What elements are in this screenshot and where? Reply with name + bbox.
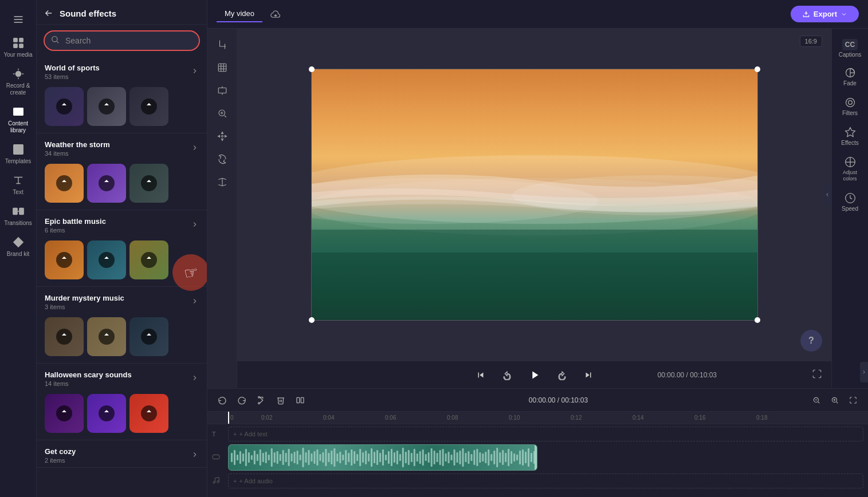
play-button[interactable] bbox=[524, 365, 545, 385]
sidebar-item-your-media[interactable]: Your media bbox=[1, 32, 36, 63]
flip-tool[interactable] bbox=[211, 80, 234, 101]
crop-tool[interactable] bbox=[211, 34, 234, 55]
corner-handle-br[interactable] bbox=[755, 317, 760, 323]
add-text-button[interactable]: + + Add text bbox=[228, 427, 863, 441]
rail-item-effects[interactable]: Effects bbox=[834, 122, 866, 151]
zoom-in-button[interactable] bbox=[827, 392, 843, 408]
sound-thumb[interactable] bbox=[129, 164, 168, 203]
chevron-right-icon bbox=[191, 297, 199, 307]
cursor-overlay: ☞ bbox=[172, 254, 207, 291]
timeline-time-display: 00:00.00 / 00:10:03 bbox=[312, 396, 805, 404]
svg-rect-53 bbox=[280, 454, 281, 461]
skip-back-button[interactable] bbox=[472, 366, 490, 384]
forward-5-button[interactable] bbox=[553, 366, 571, 384]
svg-rect-141 bbox=[531, 453, 532, 462]
back-button[interactable] bbox=[44, 8, 54, 18]
sound-thumb[interactable] bbox=[45, 394, 84, 433]
ruler-mark: 0 bbox=[230, 415, 261, 421]
sidebar-item-text[interactable]: Text bbox=[1, 169, 36, 200]
svg-point-13 bbox=[52, 37, 57, 42]
svg-rect-105 bbox=[428, 452, 430, 463]
rail-item-captions[interactable]: CC Captions bbox=[834, 36, 866, 61]
skip-forward-button[interactable] bbox=[579, 366, 598, 384]
category-header-world-of-sports[interactable]: World of sports 53 items bbox=[37, 57, 207, 84]
timeline-ruler: 0 0:02 0:04 0:06 0:08 0:10 0:12 0:14 0:1… bbox=[207, 412, 868, 424]
rail-item-adjust-colors[interactable]: Adjust colors bbox=[834, 152, 866, 187]
ruler-mark: 0:14 bbox=[633, 415, 694, 421]
sidebar-item-content-library[interactable]: Content library bbox=[1, 101, 36, 139]
sidebar-item-transitions[interactable]: Transitions bbox=[1, 200, 36, 231]
category-header-weather-storm[interactable]: Weather the storm 34 items bbox=[37, 133, 207, 160]
flip-h-tool[interactable] bbox=[211, 172, 234, 192]
sound-thumb[interactable] bbox=[87, 240, 126, 279]
rewind-5-button[interactable] bbox=[498, 366, 516, 384]
sound-thumb[interactable] bbox=[45, 317, 84, 356]
split-button[interactable] bbox=[292, 392, 308, 408]
svg-point-143 bbox=[213, 482, 215, 484]
zoom-tool[interactable] bbox=[211, 103, 234, 124]
zoom-out-button[interactable] bbox=[808, 392, 824, 408]
fit-to-screen-button[interactable] bbox=[845, 392, 861, 408]
category-header-get-cozy[interactable]: Get cozy 2 items bbox=[37, 440, 207, 467]
svg-rect-67 bbox=[319, 454, 321, 461]
delete-button[interactable] bbox=[273, 392, 289, 408]
sound-thumb[interactable] bbox=[129, 87, 168, 126]
category-info: Get cozy 2 items bbox=[45, 447, 76, 464]
cloud-save-icon[interactable] bbox=[267, 6, 284, 23]
right-panel-collapse-button[interactable] bbox=[860, 362, 868, 382]
category-header-halloween[interactable]: Halloween scary sounds 14 items bbox=[37, 364, 207, 391]
video-clip[interactable]: // Generate waveform bbox=[228, 444, 537, 471]
sound-thumb[interactable] bbox=[129, 317, 168, 356]
corner-handle-tr[interactable] bbox=[755, 66, 760, 72]
rail-item-filters[interactable]: Filters bbox=[834, 92, 866, 121]
sidebar-item-record-create[interactable]: Record & create bbox=[1, 63, 36, 101]
help-button[interactable]: ? bbox=[800, 330, 822, 352]
svg-rect-75 bbox=[342, 455, 344, 460]
rail-label-filters: Filters bbox=[842, 110, 858, 116]
sound-thumb[interactable] bbox=[45, 164, 84, 203]
sound-thumb[interactable] bbox=[87, 87, 126, 126]
rail-item-speed[interactable]: Speed bbox=[834, 188, 866, 216]
hamburger-button[interactable] bbox=[0, 7, 37, 32]
sound-thumb[interactable] bbox=[129, 240, 168, 279]
sound-thumb[interactable] bbox=[87, 317, 126, 356]
svg-rect-58 bbox=[294, 452, 296, 463]
sidebar-item-brand-kit[interactable]: Brand kit bbox=[1, 231, 36, 262]
svg-rect-39 bbox=[239, 451, 241, 464]
sound-thumb[interactable] bbox=[87, 164, 126, 203]
svg-rect-125 bbox=[485, 452, 486, 463]
svg-rect-40 bbox=[242, 453, 244, 462]
sidebar-item-templates[interactable]: Templates bbox=[1, 139, 36, 169]
redo-button[interactable] bbox=[234, 392, 250, 408]
svg-rect-115 bbox=[457, 452, 458, 463]
sound-thumb[interactable] bbox=[129, 394, 168, 433]
position-tool[interactable] bbox=[211, 126, 234, 147]
chevron-right-icon bbox=[191, 67, 199, 77]
tab-my-video[interactable]: My video bbox=[217, 6, 262, 22]
sound-thumb[interactable] bbox=[87, 394, 126, 433]
rotate-tool[interactable] bbox=[211, 149, 234, 169]
add-audio-button[interactable]: + + Add audio bbox=[228, 474, 863, 488]
export-button[interactable]: Export bbox=[791, 6, 859, 22]
clip-waveform: // Generate waveform bbox=[229, 444, 537, 471]
rail-item-fade[interactable]: Fade bbox=[834, 62, 866, 91]
corner-handle-bl[interactable] bbox=[309, 317, 315, 323]
svg-rect-134 bbox=[510, 451, 512, 464]
collapse-panel-button[interactable] bbox=[823, 184, 831, 205]
category-header-epic-battle[interactable]: Epic battle music 6 items bbox=[37, 210, 207, 237]
search-input[interactable] bbox=[44, 30, 200, 51]
timeline-playhead bbox=[228, 412, 229, 424]
sound-thumb[interactable] bbox=[45, 240, 84, 279]
undo-button[interactable] bbox=[214, 392, 230, 408]
cut-button[interactable] bbox=[253, 392, 269, 408]
svg-rect-133 bbox=[508, 449, 509, 466]
sound-thumb[interactable] bbox=[45, 87, 84, 126]
clip-end-handle[interactable] bbox=[535, 445, 537, 470]
svg-rect-111 bbox=[445, 453, 447, 462]
text-track: T + + Add text bbox=[212, 427, 863, 441]
fullscreen-button[interactable] bbox=[812, 369, 822, 381]
svg-rect-117 bbox=[462, 448, 464, 467]
corner-handle-tl[interactable] bbox=[309, 66, 315, 72]
resize-tool[interactable] bbox=[211, 57, 234, 78]
category-header-murder-mystery[interactable]: Murder mystery music 3 items bbox=[37, 287, 207, 314]
